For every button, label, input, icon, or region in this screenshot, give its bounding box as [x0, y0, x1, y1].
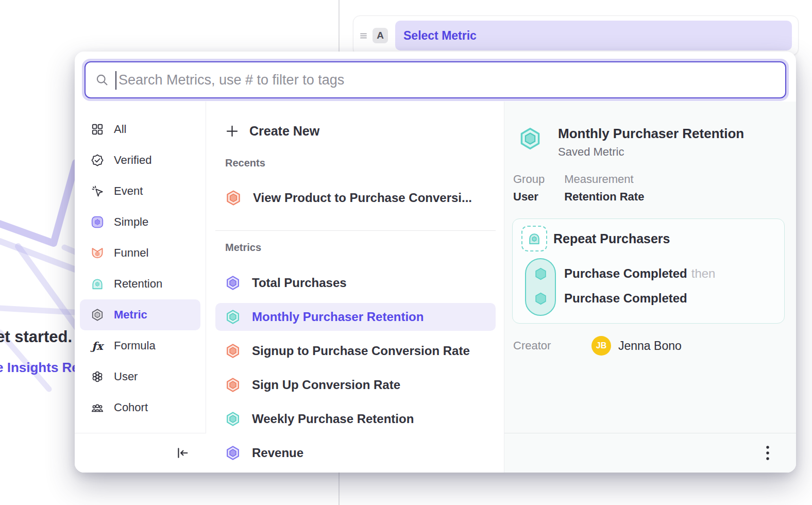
step-event-name: Purchase Completed	[564, 291, 687, 306]
event-hexagon-icon	[534, 292, 548, 306]
metric-item-label: Weekly Purchase Retention	[252, 412, 414, 426]
sidebar-item-label: All	[114, 123, 126, 136]
metric-hexagon-teal-icon	[225, 411, 241, 427]
detail-meta: Group User Measurement Retention Rate	[513, 173, 644, 204]
collapse-sidebar-button[interactable]	[172, 443, 193, 463]
step-2: Purchase Completed	[564, 286, 715, 311]
create-new-label: Create New	[249, 124, 319, 139]
detail-subtitle: Saved Metric	[558, 145, 624, 159]
creator-label: Creator	[513, 339, 591, 352]
list-divider	[215, 230, 496, 231]
grid-icon	[90, 122, 105, 137]
user-cluster-icon	[90, 369, 105, 384]
step-1: Purchase Completed then	[564, 261, 715, 286]
cohort-people-icon	[90, 400, 105, 415]
sidebar-item-all[interactable]: All	[75, 114, 206, 145]
search-input[interactable]	[119, 62, 777, 97]
plus-icon	[225, 124, 239, 138]
formula-fx-icon: ƒx	[90, 339, 105, 353]
recent-item-label: View Product to Purchase Conversi...	[253, 191, 472, 205]
definition-name: Repeat Purchasers	[553, 231, 670, 246]
sidebar-item-label: Retention	[114, 277, 162, 291]
measurement-label: Measurement	[564, 173, 644, 186]
funnel-hexagon-icon	[90, 246, 105, 260]
metric-item[interactable]: Weekly Purchase Retention	[215, 405, 496, 433]
search-icon	[95, 73, 109, 87]
sidebar-item-label: Simple	[114, 215, 148, 229]
background-report-link-fragment[interactable]: e Insights Re	[0, 360, 79, 376]
verified-badge-icon	[90, 153, 105, 167]
sidebar-item-verified[interactable]: Verified	[75, 145, 206, 176]
metric-item-label: Monthly Purchaser Retention	[252, 310, 424, 324]
step-sequence-capsule	[525, 258, 556, 316]
search-field[interactable]	[84, 61, 786, 98]
metric-item[interactable]: Revenue	[215, 439, 496, 467]
sidebar-item-retention[interactable]: Retention	[75, 268, 206, 299]
sidebar-item-label: Metric	[114, 308, 147, 322]
sidebar-item-label: Formula	[114, 339, 156, 352]
event-hexagon-icon	[534, 267, 548, 281]
metric-list-column: Create New Recents View Product to Purch…	[207, 102, 504, 473]
create-new-button[interactable]: Create New	[225, 119, 319, 143]
sidebar-item-user[interactable]: User	[75, 361, 206, 392]
metric-hexagon-teal-icon	[518, 127, 542, 150]
group-column: Group User	[513, 173, 545, 204]
simple-hexagon-icon	[90, 215, 105, 229]
search-focus-ring	[82, 59, 789, 101]
creator-avatar: JB	[591, 336, 611, 356]
step-event-name: Purchase Completed	[564, 266, 687, 281]
metric-item[interactable]: Sign Up Conversion Rate	[215, 371, 496, 399]
metric-item-selected[interactable]: Monthly Purchaser Retention	[215, 303, 496, 331]
metric-hexagon-purple-icon	[225, 275, 241, 291]
sidebar-item-label: Verified	[114, 154, 151, 167]
creator-name: Jenna Bono	[618, 339, 682, 353]
sidebar-item-funnel[interactable]: Funnel	[75, 238, 206, 268]
metric-hexagon-coral-icon	[225, 190, 242, 206]
metric-item-label: Sign Up Conversion Rate	[252, 378, 400, 392]
metric-item[interactable]: Signup to Purchase Conversion Rate	[215, 337, 496, 365]
retention-definition-icon	[521, 226, 547, 251]
step-connector: then	[691, 266, 716, 281]
metric-hexagon-coral-icon	[225, 377, 241, 393]
group-value: User	[513, 190, 545, 204]
query-builder-row: A Select Metric	[353, 15, 799, 56]
metric-picker-modal: All Verified Event	[75, 52, 796, 473]
step-list: Purchase Completed then Purchase Complet…	[564, 261, 715, 311]
sidebar-item-simple[interactable]: Simple	[75, 207, 206, 238]
kebab-menu-icon	[765, 445, 770, 461]
metric-definition-card: Repeat Purchasers Purchase Completed the…	[512, 218, 785, 324]
metrics-header: Metrics	[225, 242, 261, 254]
sidebar-item-label: Funnel	[114, 246, 148, 260]
metric-detail-panel: Monthly Purchaser Retention Saved Metric…	[504, 102, 796, 473]
collapse-left-icon	[175, 446, 190, 460]
metric-hexagon-teal-icon	[225, 309, 241, 325]
more-options-button[interactable]	[762, 442, 773, 464]
type-filter-sidebar: All Verified Event	[75, 102, 206, 473]
drag-handle-icon[interactable]	[360, 32, 367, 40]
metric-hexagon-icon	[90, 308, 105, 322]
sidebar-item-metric[interactable]: Metric	[80, 299, 200, 330]
sidebar-item-label: Event	[114, 184, 143, 198]
metric-hexagon-purple-icon	[225, 445, 241, 461]
metric-item-label: Total Purchases	[252, 276, 347, 290]
recent-item[interactable]: View Product to Purchase Conversi...	[215, 184, 496, 212]
event-cursor-icon	[90, 184, 105, 198]
detail-title: Monthly Purchaser Retention	[558, 126, 744, 142]
sidebar-item-formula[interactable]: ƒx Formula	[75, 330, 206, 361]
sidebar-item-label: User	[114, 370, 138, 383]
metric-item-label: Revenue	[252, 446, 303, 460]
creator-row: Creator JB Jenna Bono	[513, 336, 682, 356]
detail-footer	[504, 433, 796, 473]
measurement-value: Retention Rate	[564, 190, 644, 204]
retention-arch-icon	[90, 277, 105, 291]
sidebar-item-event[interactable]: Event	[75, 176, 206, 207]
text-caret	[115, 71, 116, 90]
background-headline-fragment: et started.	[0, 328, 72, 346]
group-label: Group	[513, 173, 545, 186]
sidebar-item-cohort[interactable]: Cohort	[75, 392, 206, 423]
metric-item[interactable]: Total Purchases	[215, 269, 496, 297]
sidebar-footer	[75, 433, 206, 473]
select-metric-button[interactable]: Select Metric	[395, 21, 792, 50]
measurement-column: Measurement Retention Rate	[564, 173, 644, 204]
recents-header: Recents	[225, 157, 265, 169]
